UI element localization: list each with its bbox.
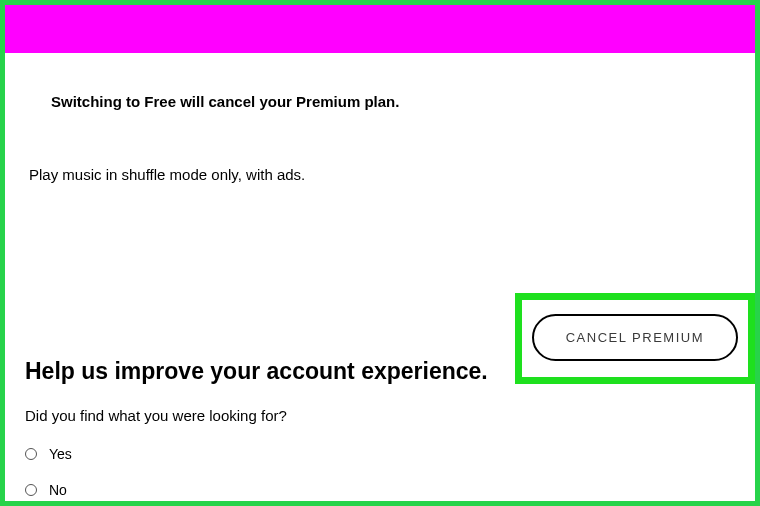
radio-icon	[25, 484, 37, 496]
survey-question: Did you find what you were looking for?	[25, 407, 737, 424]
cancel-premium-button[interactable]: CANCEL PREMIUM	[532, 314, 738, 361]
main-content: Switching to Free will cancel your Premi…	[5, 93, 755, 498]
page-frame: Switching to Free will cancel your Premi…	[0, 0, 760, 506]
radio-label-no: No	[49, 482, 67, 498]
free-plan-description: Play music in shuffle mode only, with ad…	[29, 166, 737, 183]
radio-label-yes: Yes	[49, 446, 72, 462]
radio-icon	[25, 448, 37, 460]
radio-option-yes[interactable]: Yes	[25, 446, 737, 462]
cancellation-notice: Switching to Free will cancel your Premi…	[51, 93, 737, 110]
highlight-box: CANCEL PREMIUM	[515, 293, 755, 384]
top-bar	[5, 5, 755, 53]
radio-option-no[interactable]: No	[25, 482, 737, 498]
